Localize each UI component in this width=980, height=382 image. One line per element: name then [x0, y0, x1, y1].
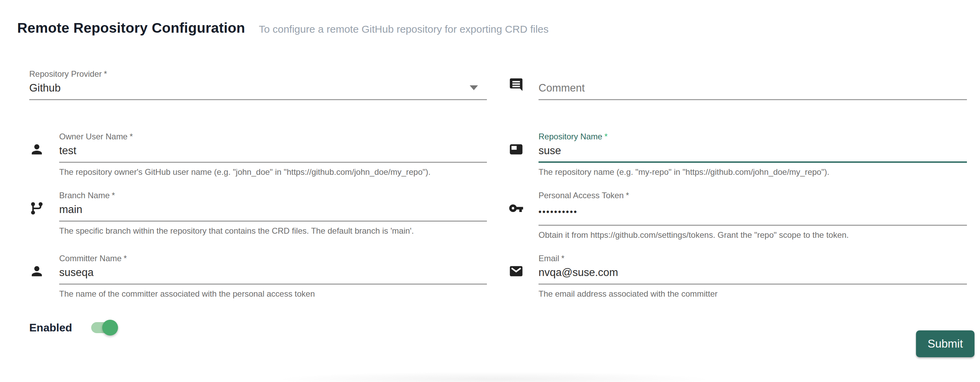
email-helper: The email address associated with the co…	[539, 289, 967, 299]
email-label: Email*	[539, 253, 967, 264]
form-row-committer-email: Committer Name* The name of the committe…	[29, 253, 967, 299]
key-icon	[509, 201, 524, 216]
branch-name-field: Branch Name* The specific branch within …	[59, 190, 487, 236]
branch-cell: Branch Name* The specific branch within …	[29, 190, 487, 240]
repository-provider-value[interactable]: Github	[29, 82, 487, 100]
owner-user-name-field: Owner User Name* The repository owner's …	[59, 132, 487, 177]
personal-access-token-label: Personal Access Token*	[539, 190, 967, 201]
branch-name-input[interactable]	[59, 204, 487, 222]
owner-user-name-helper: The repository owner's GitHub user name …	[59, 167, 487, 177]
personal-access-token-label-text: Personal Access Token	[539, 191, 624, 200]
page-subtitle: To configure a remote GitHub repository …	[259, 24, 549, 35]
submit-button[interactable]: Submit	[916, 330, 975, 357]
comment-label-spacer	[539, 69, 967, 82]
repository-name-helper: The repository name (e.g. "my-repo" in "…	[539, 167, 967, 177]
bottom-card-shadow	[272, 372, 716, 382]
chevron-down-icon[interactable]	[470, 85, 478, 90]
enabled-row: Enabled	[29, 320, 967, 336]
email-field: Email* The email address associated with…	[539, 253, 967, 299]
remote-repository-configuration-page: Remote Repository Configuration To confi…	[0, 0, 980, 382]
comment-icon	[509, 77, 524, 92]
committer-name-input[interactable]	[59, 266, 487, 285]
comment-field	[539, 69, 967, 100]
comment-input[interactable]	[539, 82, 967, 100]
committer-name-label: Committer Name*	[59, 253, 487, 264]
repository-name-input[interactable]	[539, 145, 967, 163]
email-cell: Email* The email address associated with…	[509, 253, 967, 299]
repository-provider-select[interactable]: Github	[29, 82, 487, 100]
enabled-toggle[interactable]	[91, 320, 117, 336]
required-mark: *	[626, 191, 629, 200]
page-header: Remote Repository Configuration To confi…	[17, 20, 549, 36]
email-icon	[509, 264, 524, 279]
toggle-thumb[interactable]	[102, 320, 118, 336]
repository-form: Repository Provider* Github	[29, 69, 967, 336]
repository-name-field: Repository Name* The repository name (e.…	[539, 132, 967, 177]
repository-icon	[509, 142, 524, 157]
email-label-text: Email	[539, 254, 559, 263]
page-title: Remote Repository Configuration	[17, 20, 245, 36]
email-input[interactable]	[539, 266, 967, 285]
committer-name-helper: The name of the committer associated wit…	[59, 289, 487, 299]
repository-name-label: Repository Name*	[539, 132, 967, 142]
owner-user-name-label-text: Owner User Name	[59, 132, 128, 141]
form-row-provider-comment: Repository Provider* Github	[29, 69, 967, 100]
git-branch-icon	[29, 201, 45, 216]
required-mark: *	[124, 254, 127, 263]
repository-provider-label: Repository Provider*	[29, 69, 487, 79]
repo-cell: Repository Name* The repository name (e.…	[509, 132, 967, 177]
person-icon	[29, 264, 45, 279]
personal-access-token-field: Personal Access Token* Obtain it from ht…	[539, 190, 967, 240]
form-row-branch-token: Branch Name* The specific branch within …	[29, 190, 967, 240]
owner-user-name-input[interactable]	[59, 145, 487, 163]
repository-provider-field: Repository Provider* Github	[29, 69, 487, 100]
comment-cell	[509, 69, 967, 100]
repository-name-label-text: Repository Name	[539, 132, 602, 141]
repository-provider-label-text: Repository Provider	[29, 69, 102, 78]
required-mark: *	[604, 132, 607, 141]
required-mark: *	[104, 69, 107, 78]
required-mark: *	[561, 254, 564, 263]
provider-cell: Repository Provider* Github	[29, 69, 487, 100]
form-row-owner-repo: Owner User Name* The repository owner's …	[29, 132, 967, 177]
committer-name-field: Committer Name* The name of the committe…	[59, 253, 487, 299]
committer-cell: Committer Name* The name of the committe…	[29, 253, 487, 299]
committer-name-label-text: Committer Name	[59, 254, 121, 263]
enabled-label: Enabled	[29, 322, 91, 334]
branch-name-label-text: Branch Name	[59, 191, 110, 200]
person-icon	[29, 142, 45, 157]
personal-access-token-helper: Obtain it from https://github.com/settin…	[539, 230, 967, 240]
owner-user-name-label: Owner User Name*	[59, 132, 487, 142]
owner-cell: Owner User Name* The repository owner's …	[29, 132, 487, 177]
branch-name-helper: The specific branch within the repositor…	[59, 226, 487, 236]
token-cell: Personal Access Token* Obtain it from ht…	[509, 190, 967, 240]
required-mark: *	[112, 191, 115, 200]
personal-access-token-input[interactable]	[539, 204, 967, 226]
required-mark: *	[130, 132, 133, 141]
branch-name-label: Branch Name*	[59, 190, 487, 201]
